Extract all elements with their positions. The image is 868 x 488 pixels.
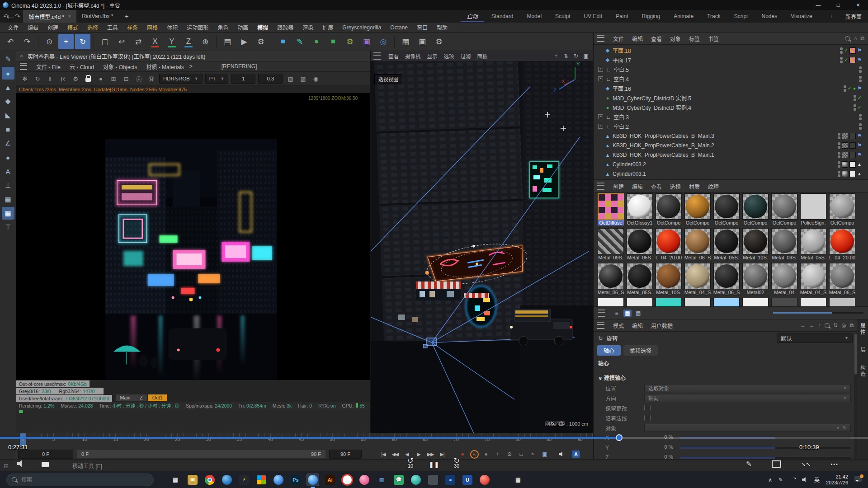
menu-网格[interactable]: 网格 xyxy=(143,23,162,32)
recent-tool-slot-3[interactable]: ⇄ xyxy=(131,34,146,49)
menu-帮助[interactable]: 帮助 xyxy=(433,23,452,32)
am-menu-用户数据[interactable]: 用户数据 xyxy=(647,321,677,330)
video-pause-button[interactable]: ❚❚ xyxy=(428,458,440,471)
visibility-dots-icon[interactable] xyxy=(859,123,862,130)
danmaku-icon[interactable] xyxy=(42,462,49,467)
end-frame-field[interactable]: 90 F xyxy=(329,450,362,459)
generators-menu[interactable]: ● xyxy=(309,34,324,49)
cinema4d-icon[interactable] xyxy=(221,474,233,486)
material-thumbnail[interactable] xyxy=(684,193,711,220)
chrome-icon[interactable] xyxy=(203,474,216,486)
layout-tab-sculpt[interactable]: Sculpt xyxy=(549,12,576,21)
material-tag-icon[interactable] xyxy=(842,142,848,149)
dock-sphere-primitive[interactable]: ● xyxy=(2,67,14,80)
attribute-slider[interactable] xyxy=(679,447,851,449)
primitive-cube-menu[interactable]: ■ xyxy=(275,34,291,49)
material-tag-icon[interactable] xyxy=(849,161,856,168)
close-tab-icon[interactable]: × xyxy=(68,13,71,19)
render-settings-button[interactable]: ⚙ xyxy=(253,34,269,49)
object-row[interactable]: +∟空白.4 xyxy=(594,74,868,84)
grid-app-icon[interactable]: ▦ xyxy=(512,474,524,486)
render-check-icon[interactable]: ✓ xyxy=(844,47,848,53)
pink-app-icon[interactable] xyxy=(358,474,371,486)
render-pass-tab-Main[interactable]: Main xyxy=(116,394,136,401)
windows-tiles-icon[interactable] xyxy=(255,474,268,486)
layout-tab-nodes[interactable]: Nodes xyxy=(755,12,783,21)
file-explorer-button[interactable]: ▣ xyxy=(186,474,199,486)
menu-Greyscalegorilla[interactable]: Greyscalegorilla xyxy=(338,23,385,32)
photos-app-icon[interactable]: ▨ xyxy=(375,474,388,486)
material-item[interactable]: Metal_04 xyxy=(770,263,799,298)
material-item[interactable] xyxy=(654,298,683,306)
record-pla-button[interactable]: ▣ xyxy=(540,450,550,459)
phong-tag-icon[interactable]: ⚑ xyxy=(857,152,862,158)
lightning-app-icon[interactable]: ⚡ xyxy=(238,474,250,486)
material-thumbnail[interactable] xyxy=(742,263,769,289)
next-frame-button[interactable]: ▶▶ xyxy=(425,450,436,459)
menu-跟踪器[interactable]: 跟踪器 xyxy=(273,23,297,32)
object-row[interactable]: ◆平面.17✓⚑ xyxy=(594,55,868,65)
material-picker-button[interactable]: Ⓜ xyxy=(146,74,156,84)
layout-tab-script[interactable]: Script xyxy=(728,12,755,21)
material-thumbnail[interactable] xyxy=(771,193,797,220)
preset-dropdown[interactable]: 默认▼ xyxy=(777,333,853,343)
object-panel-icon[interactable]: ⧉ xyxy=(860,35,864,42)
layout-tab-model[interactable]: Model xyxy=(520,12,548,21)
material-item[interactable]: Metal02 xyxy=(741,263,770,298)
viewport-maximize-icon[interactable]: ▣ xyxy=(582,52,590,60)
object-row[interactable]: ▲Cylinder003.2▲ xyxy=(594,160,868,169)
menu-工具[interactable]: 工具 xyxy=(103,23,122,32)
clay-mode-button[interactable]: ▧ xyxy=(285,74,295,84)
attribute-slider[interactable] xyxy=(679,457,851,459)
coordinate-system-button[interactable]: ⊕ xyxy=(198,34,213,49)
prev-key-button[interactable]: ◀◀ xyxy=(390,450,401,459)
layout-tab-track[interactable]: Track xyxy=(701,12,727,21)
viewport-menu-选项[interactable]: 选项 xyxy=(441,52,458,61)
mm-menu-编辑[interactable]: 编辑 xyxy=(628,182,647,191)
keyframe-selection-button[interactable]: ● xyxy=(481,450,491,459)
phong-tag-icon[interactable]: ⚑ xyxy=(857,133,862,139)
object-row[interactable]: ▲KB3D_HOK_PropPowerCables_B_Main.2⚑ xyxy=(594,141,868,150)
material-tag-icon[interactable] xyxy=(842,161,848,168)
octane-render-icon[interactable] xyxy=(341,474,354,486)
color-space-dropdown[interactable]: HDR/sRGB▼ xyxy=(159,74,203,84)
simulation-menu[interactable]: ⚙ xyxy=(342,34,358,49)
lv-menu-overflow-chevron[interactable]: > xyxy=(189,63,193,70)
material-thumbnail[interactable] xyxy=(598,228,624,254)
lv-menu-材质[interactable]: 材质 - Materials xyxy=(142,62,187,71)
material-thumbnail[interactable] xyxy=(656,263,682,289)
om-menu-书签[interactable]: 书签 xyxy=(704,34,723,43)
visibility-dots-icon[interactable] xyxy=(838,152,840,158)
expand-icon[interactable]: + xyxy=(598,67,603,72)
search-input[interactable] xyxy=(6,474,154,486)
material-thumbnail[interactable] xyxy=(829,193,855,220)
material-thumbnail[interactable] xyxy=(713,193,740,220)
material-item[interactable] xyxy=(625,298,654,306)
octane-logo-button[interactable]: ✻ xyxy=(20,74,30,84)
side-tab-构造[interactable]: 构造 xyxy=(859,365,866,377)
add-layout-button[interactable]: + xyxy=(823,12,839,21)
om-menu-编辑[interactable]: 编辑 xyxy=(628,34,647,43)
visibility-dots-icon[interactable] xyxy=(838,142,840,149)
material-item[interactable]: Metal_10S. xyxy=(741,228,770,263)
goto-start-button[interactable]: |◀ xyxy=(378,450,389,459)
sound-button[interactable] xyxy=(559,451,565,457)
object-row[interactable]: ●M3D_CyberCity_DistrictD 实例.5✓ xyxy=(594,93,868,103)
viewport-menu-摄像机[interactable]: 摄像机 xyxy=(402,52,424,61)
dock-axis-tool[interactable]: ⊥ xyxy=(2,179,14,192)
layout-tab-standard[interactable]: Standard xyxy=(485,12,520,21)
object-search-icon[interactable] xyxy=(845,36,850,41)
blue-app-icon[interactable]: ≈ xyxy=(444,474,457,486)
goto-end-button[interactable]: ▶| xyxy=(437,450,448,459)
live-viewer-close-icon[interactable]: × xyxy=(20,53,23,59)
material-item[interactable] xyxy=(770,298,799,306)
mm-menu-查看[interactable]: 查看 xyxy=(647,182,666,191)
menu-动画[interactable]: 动画 xyxy=(233,23,252,32)
current-frame-field[interactable]: 0 F xyxy=(18,450,73,459)
visibility-dots-icon[interactable] xyxy=(854,104,856,111)
layout-tab-visualize[interactable]: Visualize xyxy=(784,12,819,21)
menu-窗口[interactable]: 窗口 xyxy=(413,23,432,32)
object-row[interactable]: ▲KB3D_HOK_PropPowerCables_B_Main.3⚑ xyxy=(594,131,868,141)
material-thumbnail[interactable] xyxy=(771,263,797,289)
task-view-button[interactable]: ▦ xyxy=(169,474,182,486)
